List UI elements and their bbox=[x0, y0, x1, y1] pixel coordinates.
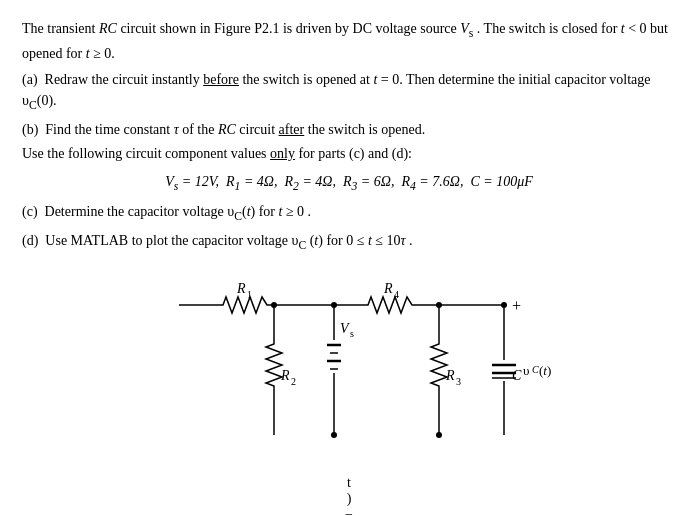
part-b: (b) Find the time constant τ of the RC c… bbox=[22, 119, 676, 141]
vc-t: (t) bbox=[539, 363, 551, 378]
figure-area: R 1 V s R 4 bbox=[22, 265, 676, 516]
r1-label: R bbox=[236, 281, 246, 296]
part-a: (a) Redraw the circuit instantly before … bbox=[22, 69, 676, 116]
r4-label: R bbox=[383, 281, 393, 296]
r3-sub: 3 bbox=[456, 376, 461, 387]
vs-sub: s bbox=[350, 328, 354, 339]
r2-label: R bbox=[280, 368, 290, 383]
r2-sub: 2 bbox=[291, 376, 296, 387]
r3-label: R bbox=[445, 368, 455, 383]
minus-label: − bbox=[345, 507, 353, 516]
intro-paragraph: The transient RC circuit shown in Figure… bbox=[22, 18, 676, 65]
plus-label: + bbox=[512, 297, 521, 314]
vc-sub: C bbox=[532, 364, 539, 375]
equation: Vs = 12V, R1 = 4Ω, R2 = 4Ω, R3 = 6Ω, R4 … bbox=[22, 171, 676, 196]
problem-text: The transient RC circuit shown in Figure… bbox=[22, 18, 676, 255]
part-c: (c) Determine the capacitor voltage υC(t… bbox=[22, 201, 676, 226]
c-label: C bbox=[512, 368, 522, 383]
svg-point-10 bbox=[331, 432, 337, 438]
circuit-diagram: R 1 V s R 4 bbox=[119, 265, 579, 475]
use-values: Use the following circuit component valu… bbox=[22, 143, 676, 165]
part-d: (d) Use MATLAB to plot the capacitor vol… bbox=[22, 230, 676, 255]
vc-label: υ bbox=[523, 363, 529, 378]
svg-point-17 bbox=[436, 432, 442, 438]
vs-label: V bbox=[340, 321, 350, 336]
